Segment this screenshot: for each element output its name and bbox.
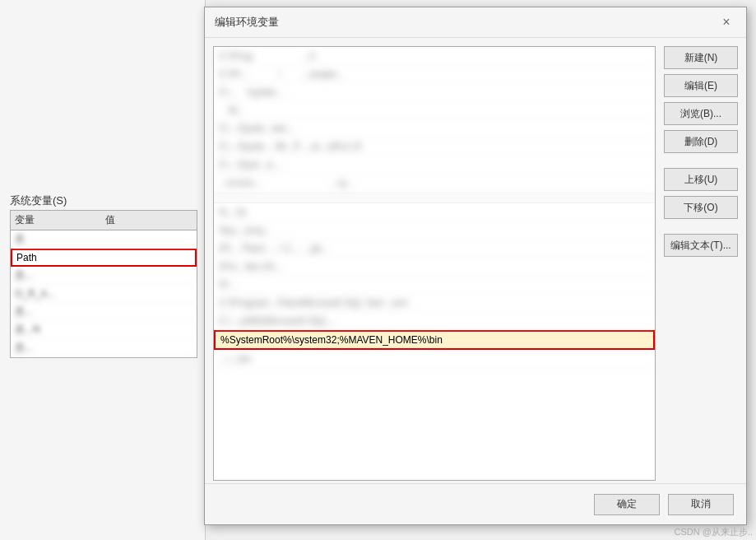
table-row[interactable]: 忽 bbox=[11, 230, 197, 249]
down-button[interactable]: 下移(O) bbox=[664, 196, 738, 219]
table-row[interactable]: 忽...N bbox=[11, 321, 197, 339]
path-var-label: Path bbox=[16, 252, 107, 263]
browse-button[interactable]: 浏览(B)... bbox=[664, 102, 738, 125]
path-item[interactable]: \Pro...iles (%... bbox=[214, 258, 655, 276]
background-panel: 系统变量(S) 变量 值 忽 Path 忽... O_R_A... 忽... 忽… bbox=[0, 0, 206, 540]
path-item[interactable]: C\...\Syste...ber... bbox=[214, 119, 655, 137]
table-row-path[interactable]: Path bbox=[11, 249, 197, 267]
dialog-footer: 确定 取消 bbox=[205, 483, 746, 524]
close-button[interactable]: × bbox=[717, 12, 736, 32]
path-item[interactable]: C:\Pr... \ ...avape... bbox=[214, 65, 655, 83]
path-item[interactable]: \Pr... Files\ ... / C... ...pk... bbox=[214, 240, 655, 258]
path-item[interactable]: C\...\Syst...e... bbox=[214, 156, 655, 174]
path-item[interactable]: C:\...{x86}\Microsoft SQL... bbox=[214, 312, 655, 330]
path-item[interactable]: ...\...bin bbox=[214, 350, 655, 368]
system-vars-label: 系统变量(S) bbox=[10, 193, 67, 208]
cancel-button[interactable]: 取消 bbox=[668, 494, 734, 515]
new-button[interactable]: 新建(N) bbox=[664, 46, 738, 69]
table-row[interactable]: 忽... bbox=[11, 303, 197, 321]
edit-env-dialog: 编辑环境变量 × C:\Prog ...h C:\Pr... \ ...avap… bbox=[204, 7, 747, 525]
path-item-spacer bbox=[214, 192, 655, 203]
path-item[interactable]: ...icroso... ...iy... bbox=[214, 174, 655, 192]
path-item[interactable]: C\...\Syste... Mi...P ...er...ell\v1.0\ bbox=[214, 137, 655, 156]
path-list[interactable]: C:\Prog ...h C:\Pr... \ ...avape... C\..… bbox=[213, 46, 656, 481]
path-item-highlighted[interactable]: %SystemRoot%\system32;%MAVEN_HOME%\bin bbox=[214, 330, 655, 350]
path-item[interactable]: %...\\k bbox=[214, 203, 655, 221]
dialog-titlebar: 编辑环境变量 × bbox=[205, 7, 746, 38]
delete-button[interactable]: 删除(D) bbox=[664, 130, 738, 153]
path-item[interactable]: C:\Prog ...h bbox=[214, 47, 655, 65]
header-var: 变量 bbox=[15, 213, 105, 227]
table-row[interactable]: 忽... bbox=[11, 267, 197, 285]
path-item[interactable]: M... bbox=[214, 101, 655, 119]
table-row[interactable]: 忽... bbox=[11, 339, 197, 357]
path-item[interactable]: \P... bbox=[214, 276, 655, 294]
watermark: CSDN @从来止步.. bbox=[674, 526, 753, 538]
path-item[interactable]: C\... \syster... bbox=[214, 83, 655, 101]
buttons-panel: 新建(N) 编辑(E) 浏览(B)... 删除(D) 上移(U) 下移(O) 编… bbox=[664, 46, 738, 481]
maven-path-text: %SystemRoot%\system32;%MAVEN_HOME%\bin bbox=[220, 334, 443, 346]
system-vars-table: 变量 值 忽 Path 忽... O_R_A... 忽... 忽...N 忽..… bbox=[10, 210, 197, 358]
path-list-container: C:\Prog ...h C:\Pr... \ ...avape... C\..… bbox=[213, 46, 656, 481]
up-button[interactable]: 上移(U) bbox=[664, 168, 738, 191]
dialog-title: 编辑环境变量 bbox=[215, 15, 279, 30]
dialog-body: C:\Prog ...h C:\Pr... \ ...avape... C\..… bbox=[205, 38, 746, 489]
header-val: 值 bbox=[105, 213, 115, 227]
table-header: 变量 值 bbox=[11, 211, 197, 230]
path-item[interactable]: C:\Program...Files\Microsoft SQL Ser/...… bbox=[214, 294, 655, 312]
path-item[interactable]: %{u...}\my... bbox=[214, 221, 655, 240]
table-row[interactable]: O_R_A... bbox=[11, 285, 197, 303]
edit-button[interactable]: 编辑(E) bbox=[664, 74, 738, 97]
edit-text-button[interactable]: 编辑文本(T)... bbox=[664, 234, 738, 257]
ok-button[interactable]: 确定 bbox=[594, 494, 660, 515]
